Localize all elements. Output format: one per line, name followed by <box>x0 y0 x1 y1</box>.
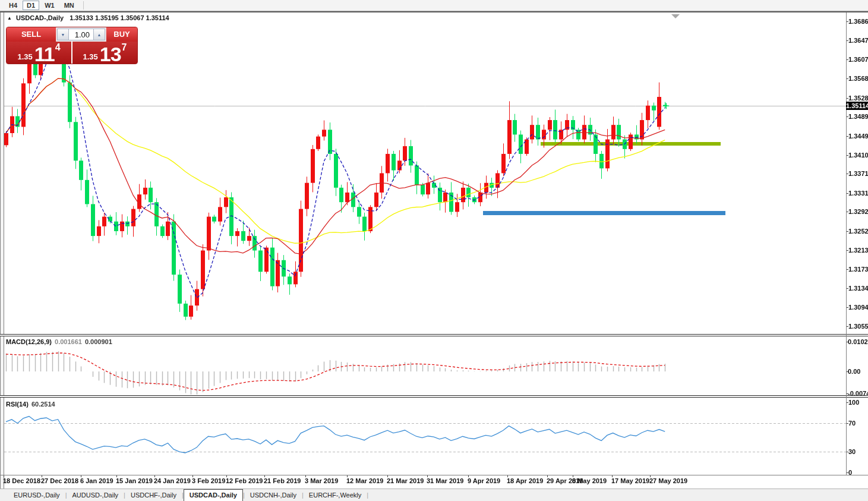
time-axis-label: 17 May 2019 <box>611 477 649 484</box>
time-axis-label: 21 Mar 2019 <box>387 477 424 484</box>
price-axis-label: 1.34100 <box>848 152 868 159</box>
volume-input[interactable]: 1.00 <box>69 29 93 40</box>
price-axis-label: 1.31730 <box>848 266 868 273</box>
price-axis-label: 1.34890 <box>848 113 868 120</box>
splitter-main-macd[interactable] <box>0 334 868 336</box>
volume-increase-button[interactable]: ▲ <box>93 29 105 40</box>
volume-spinner: ▼ 1.00 ▲ <box>56 27 106 42</box>
bid-price-display[interactable]: 1.35 11 4 <box>7 42 72 64</box>
tab-usdcnh[interactable]: USDCNH-,Daily <box>245 490 302 500</box>
sell-button[interactable]: SELL <box>7 27 56 42</box>
price-axis-label: 1.32520 <box>848 228 868 235</box>
time-axis-label: 12 Feb 2019 <box>226 477 263 484</box>
time-axis-label: 21 Feb 2019 <box>264 477 301 484</box>
chart-tab-bar: EURUSD-,Daily|AUDUSD-,Daily|USDCHF-,Dail… <box>0 489 868 501</box>
time-axis-label: 3 Mar 2019 <box>305 477 338 484</box>
rsi-name: RSI(14) <box>6 401 29 408</box>
price-axis-label: 1.31340 <box>848 285 868 292</box>
buy-button[interactable]: BUY <box>106 27 137 42</box>
chart-title: ▲ USDCAD-,Daily 1.35133 1.35195 1.35067 … <box>7 14 169 21</box>
price-axis-label: 1.30550 <box>848 323 868 330</box>
time-axis-label: 18 Apr 2019 <box>507 477 543 484</box>
time-axis-label: 15 Jan 2019 <box>116 477 153 484</box>
splitter-macd-rsi[interactable] <box>0 395 868 398</box>
price-axis-label: 1.30940 <box>848 304 868 311</box>
tab-separator: | <box>367 491 368 499</box>
rsi-axis-label: 30 <box>848 448 856 455</box>
macd-main-value: 0.001661 <box>55 338 82 345</box>
price-axis-label: 1.35280 <box>848 94 868 102</box>
macd-indicator-label: MACD(12,26,9)0.0016610.000901 <box>6 338 112 345</box>
macd-signal-value: 0.000901 <box>85 338 112 345</box>
price-axis-label: 1.32920 <box>848 208 868 215</box>
macd-axis-label: -0.00747 <box>848 390 868 397</box>
tab-eurchf[interactable]: EURCHF-,Weekly <box>304 490 367 500</box>
volume-decrease-button[interactable]: ▼ <box>57 29 69 40</box>
tab-usdchf[interactable]: USDCHF-,Daily <box>125 490 182 500</box>
ask-pip-digit: 7 <box>122 44 127 51</box>
price-axis-label: 1.34490 <box>848 133 868 140</box>
one-click-trade-panel: SELL ▼ 1.00 ▲ BUY 1.35 11 4 1.35 13 7 <box>6 27 138 64</box>
ask-main-digits: 13 <box>100 45 121 63</box>
collapse-triangle-icon[interactable]: ▲ <box>7 15 12 21</box>
price-axis-label: 1.33710 <box>848 170 868 177</box>
time-axis-label: 3 Feb 2019 <box>192 477 225 484</box>
rsi-axis-label: 70 <box>848 420 856 427</box>
current-price-tag: 1.35114 <box>846 102 868 110</box>
bid-pip-digit: 4 <box>55 44 61 51</box>
rsi-axis-label: 0 <box>848 469 852 476</box>
tab-usdcad[interactable]: USDCAD-,Daily <box>184 489 243 501</box>
rsi-indicator-label: RSI(14)60.2514 <box>6 401 55 408</box>
time-axis-label: 6 Jan 2019 <box>80 477 113 484</box>
time-axis-label: 8 May 2019 <box>572 477 607 484</box>
macd-axis-label: 0.010229 <box>848 338 868 345</box>
time-axis-label: 24 Jan 2019 <box>154 477 191 484</box>
price-axis-label: 1.35680 <box>848 75 868 82</box>
price-axis-label: 1.32130 <box>848 247 868 254</box>
price-axis-separator <box>846 12 847 475</box>
rsi-axis-label: 100 <box>848 399 859 406</box>
price-axis-label: 1.36860 <box>848 18 868 25</box>
macd-axis-label: 0.00 <box>848 368 860 375</box>
chart-symbol-label: USDCAD-,Daily <box>16 14 64 21</box>
price-axis-label: 1.36070 <box>848 56 868 63</box>
ask-price-display[interactable]: 1.35 13 7 <box>72 42 137 64</box>
time-axis-label: 31 Mar 2019 <box>427 477 463 484</box>
time-axis-label: 9 Apr 2019 <box>468 477 500 484</box>
time-axis-label: 12 Mar 2019 <box>346 477 383 484</box>
time-axis-label: 27 May 2019 <box>649 477 687 484</box>
chart-ohlc-values: 1.35133 1.35195 1.35067 1.35114 <box>70 14 169 21</box>
price-axis-label: 1.36470 <box>848 37 868 44</box>
time-axis-label: 27 Dec 2018 <box>41 477 78 484</box>
bid-prefix: 1.35 <box>17 51 32 63</box>
tab-audusd[interactable]: AUDUSD-,Daily <box>67 490 124 500</box>
rsi-value: 60.2514 <box>31 401 55 408</box>
price-axis-label: 1.33310 <box>848 190 868 197</box>
ask-prefix: 1.35 <box>83 51 97 63</box>
time-axis-separator <box>0 475 868 475</box>
chart-canvas[interactable] <box>0 0 868 501</box>
time-axis-label: 18 Dec 2018 <box>3 477 40 484</box>
macd-name: MACD(12,26,9) <box>6 338 52 345</box>
terminal-window: H4D1W1MN ▲ USDCAD-,Daily 1.35133 1.35195… <box>0 0 868 501</box>
tab-eurusd[interactable]: EURUSD-,Daily <box>8 490 65 500</box>
bid-main-digits: 11 <box>34 45 55 63</box>
